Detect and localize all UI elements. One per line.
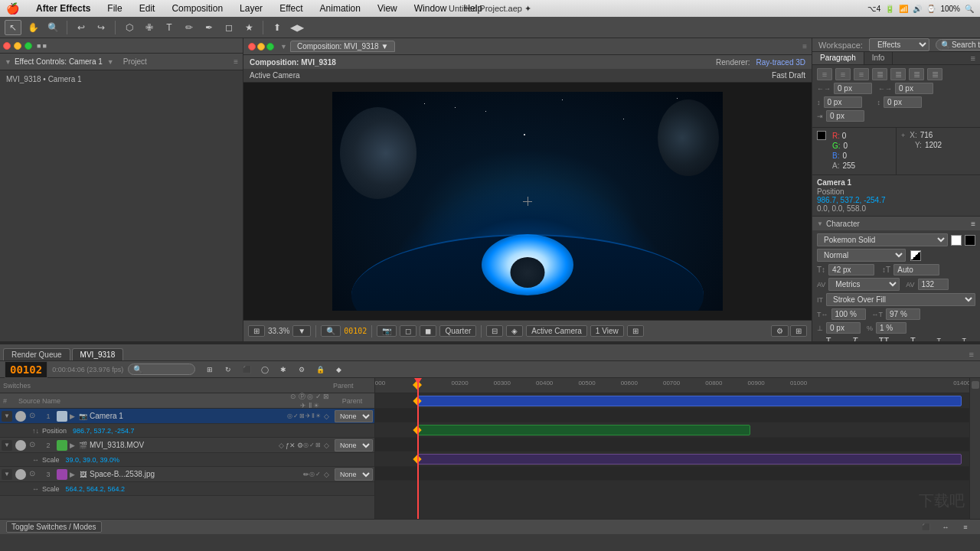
- tool-clone[interactable]: ✒: [201, 20, 217, 35]
- comp-viewport[interactable]: [243, 83, 812, 320]
- timecode-display[interactable]: 00102: [5, 361, 47, 378]
- timeline-tool-1[interactable]: ⊞: [201, 362, 218, 377]
- vscale-input[interactable]: [831, 308, 866, 320]
- layer-row-2[interactable]: ▼ ⊙ 2 ▶ 🎬 MVI_9318.MOV ◇ ƒ✕ ⚙: [0, 438, 374, 453]
- renderer-value[interactable]: Ray-traced 3D: [756, 58, 805, 67]
- baseline-input[interactable]: [826, 322, 861, 334]
- search-help-input[interactable]: [952, 41, 980, 49]
- playhead[interactable]: [417, 378, 419, 519]
- tab-info[interactable]: Info: [864, 52, 893, 64]
- layer-1-lock-btn[interactable]: ⊙: [29, 411, 40, 422]
- layer-1-visibility[interactable]: [15, 411, 26, 422]
- layer-3-parent[interactable]: None: [335, 468, 373, 481]
- transparency-grid[interactable]: ⊟: [486, 325, 503, 337]
- align-right-btn[interactable]: ≡: [854, 68, 869, 80]
- tool-redo[interactable]: ↪: [93, 20, 109, 35]
- text-style-btn-1[interactable]: T: [826, 336, 831, 341]
- tool-eraser[interactable]: ◻: [220, 20, 237, 35]
- align-left-btn[interactable]: ≡: [817, 68, 832, 80]
- track-bar-1[interactable]: [417, 396, 962, 406]
- comp-3d[interactable]: ◈: [506, 325, 523, 337]
- justify-left-btn[interactable]: ≣: [872, 68, 887, 80]
- zoom-dropdown[interactable]: ▼: [292, 325, 311, 337]
- layer-2-parent[interactable]: None: [335, 439, 373, 452]
- character-menu[interactable]: ≡: [971, 220, 975, 228]
- grid-toggle[interactable]: ⊞: [248, 325, 265, 337]
- show-snapshot-btn[interactable]: ◻: [400, 325, 416, 337]
- layer-2-label-color[interactable]: [57, 440, 67, 451]
- font-size-input[interactable]: [828, 264, 874, 276]
- apple-menu[interactable]: 🍎: [6, 2, 19, 15]
- tool-selection[interactable]: ↖: [5, 20, 21, 35]
- tool-pen[interactable]: ✙: [141, 20, 158, 35]
- space-after-input[interactable]: [884, 96, 922, 108]
- tool-hand[interactable]: ✋: [24, 20, 41, 35]
- tool-shape-hex[interactable]: ⬡: [121, 20, 138, 35]
- menu-layer[interactable]: Layer: [237, 2, 266, 15]
- view-expand[interactable]: ⊞: [790, 325, 807, 337]
- effect-controls-tab[interactable]: Effect Controls: Camera 1: [15, 57, 103, 66]
- timeline-tab-render[interactable]: Render Queue: [3, 348, 70, 360]
- menu-view[interactable]: View: [374, 2, 400, 15]
- menu-window[interactable]: Window: [411, 2, 450, 15]
- tracking-input[interactable]: [918, 279, 949, 290]
- indent-first-input[interactable]: [826, 110, 864, 122]
- timeline-tool-3[interactable]: ⬛: [238, 362, 255, 377]
- align-center-btn[interactable]: ≡: [835, 68, 851, 80]
- text-style-btn-4[interactable]: T: [910, 336, 916, 341]
- timeline-tool-2[interactable]: ↻: [220, 362, 237, 377]
- layer-3-label-color[interactable]: [57, 469, 67, 480]
- style-dropdown[interactable]: Normal: [817, 249, 906, 262]
- timeline-strip-btn[interactable]: [972, 381, 979, 389]
- timeline-bottom-tool-3[interactable]: ≡: [957, 520, 974, 535]
- menu-composition[interactable]: Composition: [168, 2, 226, 15]
- justify-center-btn[interactable]: ≣: [890, 68, 906, 80]
- tool-zoom[interactable]: 🔍: [44, 20, 61, 35]
- hscale-input[interactable]: [886, 308, 920, 320]
- view-settings[interactable]: ⚙: [771, 325, 789, 337]
- timeline-bottom-tool-2[interactable]: ↔: [937, 520, 954, 535]
- layer-3-lock-btn[interactable]: ⊙: [29, 469, 40, 480]
- tool-text[interactable]: T: [161, 20, 178, 35]
- timeline-panel-menu[interactable]: ≡: [969, 350, 974, 359]
- layer-2-visibility[interactable]: [15, 440, 26, 451]
- show-alpha-btn[interactable]: ◼: [420, 325, 436, 337]
- camera-dropdown[interactable]: Active Camera: [526, 325, 587, 337]
- timeline-tool-5[interactable]: ✱: [275, 362, 292, 377]
- view-dropdown[interactable]: 1 View: [590, 325, 624, 337]
- space-before-input[interactable]: [824, 96, 862, 108]
- layer-3-visibility[interactable]: [15, 469, 26, 480]
- magnifier-btn[interactable]: 🔍: [321, 325, 341, 337]
- justify-all-btn[interactable]: ≣: [927, 68, 942, 80]
- fill-color-swatch[interactable]: [951, 235, 962, 246]
- menu-effect[interactable]: Effect: [276, 2, 305, 15]
- tool-camera-track[interactable]: ◀▶: [289, 20, 305, 35]
- character-panel-header[interactable]: ▼ Character ≡: [812, 217, 980, 230]
- timeline-tool-6[interactable]: ⚙: [293, 362, 310, 377]
- zoom-level[interactable]: 33.3%: [268, 327, 289, 335]
- panel-menu-btn[interactable]: ≡: [966, 52, 980, 64]
- project-tab[interactable]: Project: [123, 57, 147, 66]
- tab-paragraph[interactable]: Paragraph: [812, 52, 864, 64]
- timeline-tab-comp[interactable]: MVI_9318: [72, 348, 124, 360]
- fill-stroke-icon[interactable]: [910, 250, 921, 261]
- track-bar-2[interactable]: [417, 425, 750, 435]
- timeline-tool-7[interactable]: 🔒: [312, 362, 328, 377]
- kerning-dropdown[interactable]: Metrics: [828, 278, 900, 291]
- menu-file[interactable]: File: [104, 2, 125, 15]
- layer-row-3[interactable]: ▼ ⊙ 3 ▶ 🖼 Space-B...2538.jpg ✏ ◎: [0, 467, 374, 482]
- snapshot-btn[interactable]: 📷: [377, 325, 397, 337]
- menu-animation[interactable]: Animation: [317, 2, 364, 15]
- tool-undo[interactable]: ↩: [73, 20, 90, 35]
- stroke-color-swatch[interactable]: [965, 235, 975, 246]
- layer-1-parent[interactable]: None: [335, 410, 373, 422]
- view-layout-1[interactable]: ⊞: [627, 325, 644, 337]
- timeline-bottom-tool-1[interactable]: ⬛: [917, 520, 934, 535]
- tool-camera-orbit[interactable]: ⬆: [269, 20, 286, 35]
- tool-brush[interactable]: ✏: [181, 20, 198, 35]
- text-style-btn-2[interactable]: T: [852, 336, 858, 341]
- indent-left-input[interactable]: [834, 83, 872, 94]
- text-style-btn-3[interactable]: TT: [879, 336, 889, 341]
- toggle-switches-modes[interactable]: Toggle Switches / Modes: [6, 521, 102, 533]
- leading-input[interactable]: [893, 264, 939, 276]
